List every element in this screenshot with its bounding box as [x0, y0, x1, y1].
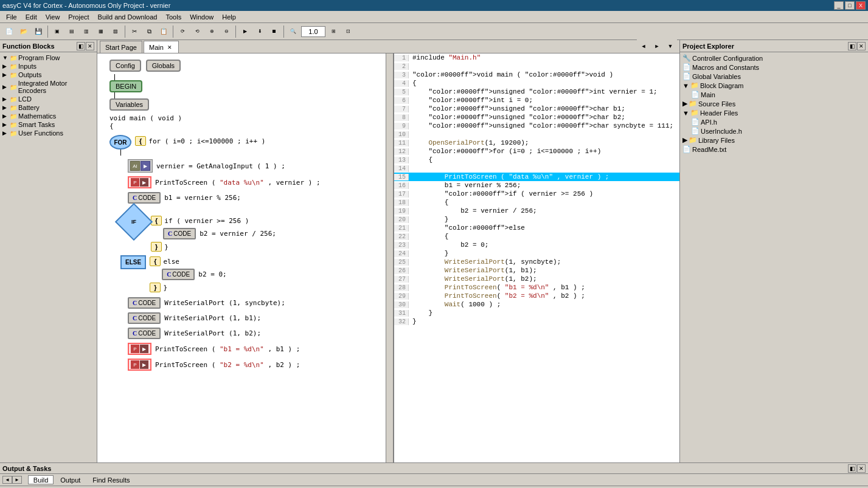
- analog-input-block[interactable]: AI ▶: [128, 159, 153, 173]
- menu-window[interactable]: Window: [186, 13, 217, 21]
- output-float-btn[interactable]: ◧: [848, 464, 856, 473]
- output-close-btn[interactable]: ✕: [857, 464, 866, 473]
- line-content: b1 = vernier % 256;: [409, 182, 679, 189]
- for-block[interactable]: FOR: [109, 135, 131, 149]
- toolbar-copy[interactable]: ⧉: [142, 25, 156, 38]
- menu-view[interactable]: View: [42, 13, 64, 21]
- zoom-input[interactable]: 1.0: [301, 26, 325, 37]
- tree-program-flow[interactable]: ▼ 📁 Program Flow: [1, 53, 95, 62]
- tab-dropdown[interactable]: ▼: [664, 40, 677, 53]
- toolbar-zoom-actual[interactable]: ⊡: [341, 25, 355, 38]
- menu-help[interactable]: Help: [218, 13, 240, 21]
- diagram-scrollbar[interactable]: [386, 53, 393, 462]
- write2-code: WriteSerialPort (1, b1);: [164, 314, 261, 322]
- toolbar-btn10[interactable]: ⊖: [220, 25, 233, 38]
- tree-inputs[interactable]: ▶ 📁 Inputs: [1, 62, 95, 70]
- code-block-b1[interactable]: CODE: [128, 192, 161, 204]
- toolbar-btn7[interactable]: ⟳: [176, 25, 189, 38]
- output-prev-btn[interactable]: ◄: [2, 476, 12, 484]
- project-float-btn[interactable]: ◧: [848, 42, 856, 50]
- toolbar: 📄 📂 💾 ▣ ▤ ▥ ▦ ▧ ✂ ⧉ 📋 ⟳ ⟲ ⊕ ⊖ ▶ ⬇ ⏹ 🔍 1.…: [0, 23, 868, 40]
- toolbar-new[interactable]: 📄: [2, 25, 16, 38]
- toolbar-sep2: [125, 26, 125, 38]
- proj-readme[interactable]: 📄 ReadMe.txt: [681, 145, 867, 154]
- toolbar-zoom-btn[interactable]: 🔍: [286, 25, 300, 38]
- proj-macros[interactable]: 📄 Macros and Constants: [681, 63, 867, 72]
- print-b1-block[interactable]: P ▶: [128, 343, 151, 355]
- output-next-btn[interactable]: ►: [12, 476, 22, 484]
- tab-scroll-left[interactable]: ◄: [637, 40, 650, 53]
- proj-library-files[interactable]: ▶ 📁 Library Files: [681, 136, 867, 145]
- toolbar-btn4[interactable]: ▥: [80, 25, 93, 38]
- toolbar-download[interactable]: ⬇: [253, 25, 266, 38]
- toolbar-paste[interactable]: 📋: [157, 25, 170, 38]
- proj-api-h[interactable]: 📄 API.h: [690, 117, 867, 126]
- proj-block-diagram[interactable]: ▼ 📁 Block Diagram: [681, 81, 867, 90]
- line-number: 30: [394, 301, 409, 308]
- maximize-btn[interactable]: □: [845, 1, 855, 10]
- proj-main[interactable]: 📄 Main: [690, 90, 867, 99]
- print-block[interactable]: P ▶: [128, 176, 151, 188]
- config-block[interactable]: Config: [109, 60, 141, 72]
- line-number: 1: [394, 55, 409, 61]
- tab-main-close[interactable]: ✕: [166, 44, 173, 51]
- code-block-write1[interactable]: CODE: [128, 297, 161, 309]
- menu-file[interactable]: File: [2, 13, 21, 21]
- begin-block[interactable]: BEGIN: [109, 80, 142, 92]
- tab-start-page[interactable]: Start Page: [100, 41, 142, 53]
- toolbar-btn6[interactable]: ▧: [109, 25, 122, 38]
- tree-mathematics[interactable]: ▶ 📁 Mathematics: [1, 112, 95, 120]
- toolbar-btn9[interactable]: ⊕: [205, 25, 218, 38]
- tree-outputs[interactable]: ▶ 📁 Outputs: [1, 70, 95, 79]
- if-block[interactable]: IF: [115, 203, 153, 241]
- proj-header-files[interactable]: ▼ 📁 Header Files: [681, 108, 867, 117]
- panel-close-btn[interactable]: ✕: [86, 42, 94, 50]
- toolbar-build[interactable]: ▶: [238, 25, 252, 38]
- output-tab-find[interactable]: Find Results: [87, 475, 135, 484]
- variables-block[interactable]: Variables: [109, 98, 149, 111]
- toolbar-btn8[interactable]: ⟲: [190, 25, 204, 38]
- toolbar-cut[interactable]: ✂: [128, 25, 141, 38]
- print-b2-block[interactable]: P ▶: [128, 359, 151, 371]
- proj-userinclude-h[interactable]: 📄 UserInclude.h: [690, 126, 867, 136]
- code-block-write2[interactable]: CODE: [128, 312, 161, 324]
- minimize-btn[interactable]: _: [834, 1, 844, 10]
- center-area: Start Page Main ✕ ◄ ► ▼: [97, 40, 679, 462]
- toolbar-stop[interactable]: ⏹: [268, 25, 281, 38]
- menu-edit[interactable]: Edit: [22, 13, 41, 21]
- globals-block[interactable]: Globals: [146, 60, 181, 72]
- code-block-write3[interactable]: CODE: [128, 328, 161, 339]
- tree-lcd[interactable]: ▶ 📁 LCD: [1, 95, 95, 103]
- menu-project[interactable]: Project: [64, 13, 92, 21]
- project-close-btn[interactable]: ✕: [857, 42, 866, 50]
- toolbar-save[interactable]: 💾: [32, 25, 45, 38]
- menu-build-download[interactable]: Build and Download: [94, 13, 161, 21]
- tree-user-functions[interactable]: ▶ 📁 User Functions: [1, 129, 95, 137]
- line-number: 31: [394, 310, 409, 317]
- output-tab-output[interactable]: Output: [55, 475, 86, 484]
- tree-smart-tasks[interactable]: ▶ 📁 Smart Tasks: [1, 120, 95, 129]
- output-tab-build[interactable]: Build: [28, 475, 54, 484]
- tree-battery[interactable]: ▶ 📁 Battery: [1, 103, 95, 112]
- toolbar-open[interactable]: 📂: [17, 25, 30, 38]
- line-content: {: [409, 233, 679, 240]
- tab-main[interactable]: Main ✕: [144, 41, 179, 53]
- menu-tools[interactable]: Tools: [162, 13, 185, 21]
- tab-scroll-right[interactable]: ►: [650, 40, 664, 53]
- tree-integrated-motor[interactable]: ▶ 📁 Integrated Motor Encoders: [1, 79, 95, 95]
- else-block[interactable]: ELSE: [120, 255, 146, 269]
- panel-float-btn[interactable]: ◧: [77, 42, 85, 50]
- toolbar-btn3[interactable]: ▤: [65, 25, 78, 38]
- line-content: #include "Main.h": [409, 54, 679, 61]
- code-block-b2-else[interactable]: CODE: [162, 269, 195, 280]
- diagram-area[interactable]: Config Globals BEGIN Variables void main…: [97, 53, 394, 462]
- proj-source-files[interactable]: ▶ 📁 Source Files: [681, 99, 867, 108]
- line-content: }: [409, 216, 679, 223]
- toolbar-btn2[interactable]: ▣: [50, 25, 64, 38]
- toolbar-btn5[interactable]: ▦: [94, 25, 108, 38]
- toolbar-zoom-fit[interactable]: ⊞: [327, 25, 340, 38]
- code-block-b2-if[interactable]: CODE: [163, 228, 196, 239]
- close-btn[interactable]: X: [856, 1, 866, 10]
- proj-controller-config[interactable]: 🔧 Controller Configuration: [681, 53, 867, 63]
- proj-global-vars[interactable]: 📄 Global Variables: [681, 72, 867, 81]
